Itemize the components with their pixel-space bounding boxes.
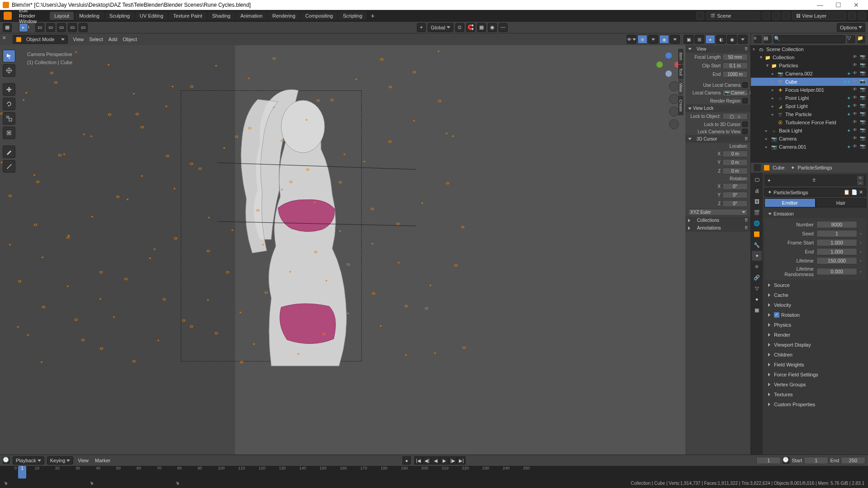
tool-select-box[interactable] — [3, 50, 15, 62]
outliner-filter-button[interactable]: ▽ — [847, 35, 855, 43]
lock-cursor-checkbox[interactable] — [742, 122, 748, 127]
cursor3d-header[interactable]: 3D Cursor⠿ — [685, 135, 750, 143]
window-close-button[interactable]: ✕ — [847, 1, 865, 9]
timeline-editor-type[interactable]: 🕐 — [3, 457, 10, 464]
cursor-ry-field[interactable]: 0° — [722, 192, 748, 198]
overlay-toggle[interactable]: ◉ — [659, 35, 669, 44]
npanel-tab-item[interactable]: Item — [678, 49, 684, 64]
menu-file[interactable]: File — [15, 2, 40, 8]
panel-cache-header[interactable]: Cache — [764, 291, 866, 300]
playback-dropdown[interactable]: Playback — [13, 456, 44, 465]
prop-tab-modifiers[interactable]: 🔧 — [752, 240, 762, 250]
lifetime-randomness-field[interactable]: 0.000 — [816, 268, 857, 275]
blender-icon[interactable] — [4, 12, 12, 20]
keyframe-next-button[interactable]: |▶ — [449, 456, 457, 465]
preview-range-button[interactable]: 🕐 — [783, 457, 790, 464]
shading-solid[interactable]: ● — [705, 35, 715, 44]
outliner-item-spot-light[interactable]: ▸◢Spot Light✦👁📷 — [751, 102, 868, 110]
cursor-z-field[interactable]: 0 m — [722, 168, 748, 174]
window-maximize-button[interactable]: ☐ — [829, 1, 847, 9]
panel-children-header[interactable]: Children — [764, 350, 866, 359]
annotations-header[interactable]: Annotations⠿ — [685, 224, 750, 232]
shading-wireframe[interactable]: ⊞ — [694, 35, 704, 44]
cursor-rz-field[interactable]: 0° — [722, 200, 748, 207]
gizmo-y-axis[interactable] — [656, 61, 663, 68]
lifetime-field[interactable]: 150.000 — [816, 257, 857, 264]
shading-material[interactable]: ◐ — [716, 35, 726, 44]
scene-delete-button[interactable] — [772, 12, 780, 20]
frame-end-field[interactable]: 1.000 — [816, 248, 857, 255]
prop-tab-particles[interactable]: ✦ — [752, 251, 762, 261]
outliner-item-the-particle[interactable]: ▸▽The Particle✦👁📷 — [751, 110, 868, 118]
viewport-menu-object[interactable]: Object — [120, 37, 140, 42]
clip-end-field[interactable]: 1000 m — [722, 71, 748, 78]
prop-tab-scene[interactable]: 🎬 — [752, 207, 762, 217]
shading-rendered[interactable]: ◉ — [727, 35, 737, 44]
particle-type-hair[interactable]: Hair — [816, 198, 867, 207]
menu-edit[interactable]: Edit — [15, 8, 40, 13]
cursor-rx-field[interactable]: 0° — [722, 183, 748, 190]
prop-tab-world[interactable]: 🌐 — [752, 218, 762, 228]
scene-browse-button[interactable] — [696, 12, 704, 20]
particle-slot-remove[interactable]: − — [857, 181, 863, 185]
outliner-item-camera-001[interactable]: ▸📷Camera.001✦👁📷 — [751, 143, 868, 151]
properties-editor-type[interactable] — [754, 164, 761, 171]
panel-rotation-header[interactable]: ✓ Rotation — [764, 310, 866, 319]
cursor-x-field[interactable]: 0 m — [722, 150, 748, 157]
outliner-item-particles[interactable]: ▼📁Particles👁📷 — [751, 61, 868, 70]
panel-field-weights-header[interactable]: Field Weights — [764, 360, 866, 369]
timeline-view-menu[interactable]: View — [76, 458, 90, 463]
lock-camera-checkbox[interactable] — [742, 129, 748, 134]
npanel-tab-create[interactable]: Create — [678, 96, 684, 115]
panel-force-field-settings-header[interactable]: Force Field Settings — [764, 370, 866, 379]
workspace-tab-layout[interactable]: Layout — [50, 12, 74, 20]
rotation-mode-dropdown[interactable]: XYZ Euler — [688, 209, 748, 216]
options-dropdown[interactable]: Options — [837, 23, 865, 32]
tool-transform[interactable] — [3, 127, 15, 139]
outliner-item-turbulence-force-field[interactable]: ⦿Turbulence Force Field👁📷 — [751, 118, 868, 127]
viewlayer-field[interactable]: 🖼View Layer — [792, 12, 846, 20]
prop-tab-output[interactable]: 🖨 — [752, 186, 762, 196]
prop-tab-render[interactable]: 🖵 — [752, 175, 762, 185]
outliner-search[interactable]: 🔍 — [774, 35, 845, 43]
cursor-y-field[interactable]: 0 m — [722, 159, 748, 166]
panel-vertex-groups-header[interactable]: Vertex Groups — [764, 380, 866, 389]
select-mode-4[interactable]: ▭ — [68, 23, 77, 32]
select-mode-5[interactable]: ▭ — [79, 23, 88, 32]
panel-textures-header[interactable]: Textures — [764, 390, 866, 399]
workspace-tab-uv-editing[interactable]: UV Editing — [135, 12, 168, 20]
viewport-menu-view[interactable]: View — [71, 37, 87, 42]
navigation-gizmo[interactable] — [656, 52, 681, 77]
tool-scale[interactable] — [3, 112, 15, 125]
playhead[interactable]: 1 — [18, 466, 26, 479]
tool-measure[interactable] — [3, 160, 15, 173]
focal-length-field[interactable]: 50 mm — [722, 54, 748, 61]
outliner-item-cube[interactable]: ▸▽Cube✦✦👁📷 — [751, 78, 868, 86]
workspace-tab-animation[interactable]: Animation — [236, 12, 267, 20]
window-minimize-button[interactable]: — — [811, 1, 829, 9]
start-frame-field[interactable]: 1 — [804, 457, 828, 464]
render-region-checkbox[interactable] — [742, 98, 748, 103]
proportional-button[interactable]: ◉ — [488, 23, 497, 32]
outliner-item-back-light[interactable]: ▸☼Back Light✦👁📷 — [751, 127, 868, 135]
current-frame-field[interactable]: 1 — [756, 457, 781, 464]
keying-dropdown[interactable]: Keying — [47, 456, 74, 465]
add-workspace-button[interactable]: + — [367, 12, 378, 19]
gizmo-neg-z-axis[interactable] — [665, 70, 672, 77]
scene-field[interactable]: 🎬Scene — [706, 12, 760, 20]
viewport-menu-select[interactable]: Select — [86, 37, 106, 42]
lock-object-field[interactable]: ▢ ⌕ — [722, 113, 748, 120]
outliner-item-collection[interactable]: ▼📁Collection👁📷 — [751, 53, 868, 61]
prop-tab-texture[interactable]: ▦ — [752, 305, 762, 315]
tool-cursor[interactable] — [3, 64, 15, 77]
workspace-tab-scripting[interactable]: Scripting — [338, 12, 367, 20]
prop-tab-constraints[interactable]: 🔗 — [752, 272, 762, 282]
editor-corner-icon[interactable]: ≡ — [3, 35, 10, 44]
select-cursor-button[interactable]: ▸ — [19, 23, 28, 32]
timeline-track[interactable]: 1 01020304050607080901001101201301401501… — [0, 466, 868, 479]
snap-type-button[interactable]: ▦ — [477, 23, 486, 32]
workspace-tab-texture-paint[interactable]: Texture Paint — [169, 12, 207, 20]
use-local-camera-checkbox[interactable] — [742, 82, 748, 88]
jump-end-button[interactable]: ▶| — [458, 456, 466, 465]
outliner-display-mode[interactable]: ▤ — [764, 35, 772, 43]
